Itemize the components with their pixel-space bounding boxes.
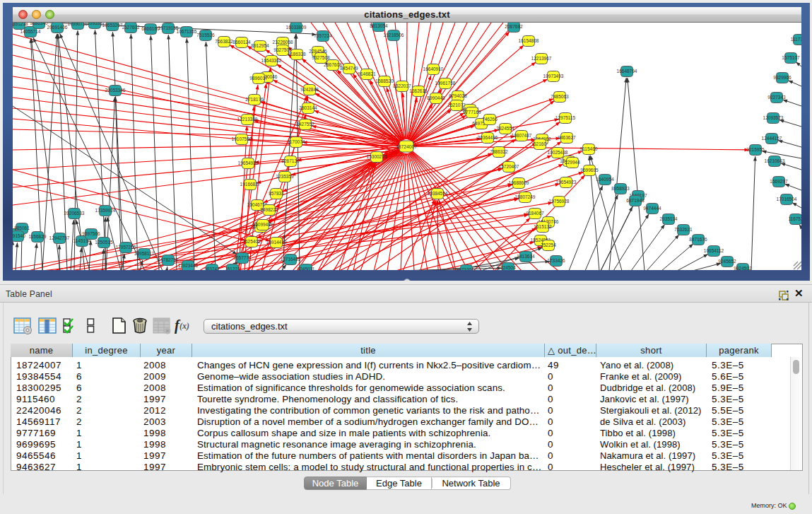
svg-text:9329966: 9329966 xyxy=(773,75,792,80)
svg-text:9245011: 9245011 xyxy=(298,267,315,270)
svg-text:7632621: 7632621 xyxy=(674,227,693,232)
svg-text:19654925: 19654925 xyxy=(238,160,259,165)
svg-text:9824502: 9824502 xyxy=(734,266,752,270)
svg-text:10654112: 10654112 xyxy=(704,248,724,253)
svg-text:2935114: 2935114 xyxy=(660,216,678,221)
svg-text:7485063: 7485063 xyxy=(551,94,569,99)
svg-text:985061: 985061 xyxy=(14,226,30,230)
svg-text:229944: 229944 xyxy=(565,160,580,165)
svg-text:8660124: 8660124 xyxy=(233,40,251,45)
svg-text:2867608: 2867608 xyxy=(324,62,342,67)
svg-text:3824554: 3824554 xyxy=(496,126,514,131)
svg-text:8471676: 8471676 xyxy=(689,237,707,242)
svg-text:7351218: 7351218 xyxy=(13,23,28,26)
svg-text:9886340: 9886340 xyxy=(30,23,48,25)
svg-text:116753: 116753 xyxy=(788,216,801,221)
svg-text:8958923: 8958923 xyxy=(611,186,630,191)
svg-text:857833: 857833 xyxy=(269,191,284,196)
svg-text:10719155: 10719155 xyxy=(158,25,179,30)
svg-text:10688609: 10688609 xyxy=(509,180,529,185)
svg-text:7625402: 7625402 xyxy=(242,239,261,244)
svg-text:6794028: 6794028 xyxy=(449,93,467,98)
svg-text:983747: 983747 xyxy=(204,267,220,270)
svg-text:8912954: 8912954 xyxy=(251,43,269,48)
svg-text:17359924: 17359924 xyxy=(95,208,116,213)
svg-text:9227343: 9227343 xyxy=(767,95,786,100)
svg-text:19107550: 19107550 xyxy=(232,136,252,141)
svg-text:2087682: 2087682 xyxy=(505,24,523,29)
svg-text:16210643: 16210643 xyxy=(765,158,785,163)
svg-text:19218506: 19218506 xyxy=(384,33,404,37)
svg-text:9777169: 9777169 xyxy=(463,110,481,115)
svg-text:19654923: 19654923 xyxy=(556,180,577,185)
svg-text:9896017: 9896017 xyxy=(249,76,268,81)
svg-text:16154808: 16154808 xyxy=(519,38,539,43)
svg-text:1733426: 1733426 xyxy=(547,258,565,263)
svg-text:9327508: 9327508 xyxy=(312,55,330,60)
svg-text:1413614: 1413614 xyxy=(517,254,535,259)
svg-text:252254: 252254 xyxy=(541,243,556,247)
svg-text:12975115: 12975115 xyxy=(555,115,576,120)
svg-text:10961758: 10961758 xyxy=(435,81,456,86)
svg-text:1362615: 1362615 xyxy=(409,88,428,93)
svg-text:13716485: 13716485 xyxy=(281,257,301,262)
svg-text:8990448: 8990448 xyxy=(427,95,445,100)
svg-text:20364436: 20364436 xyxy=(478,135,498,140)
svg-text:11923446: 11923446 xyxy=(178,263,199,268)
svg-text:9463627: 9463627 xyxy=(558,135,576,140)
svg-text:8186328: 8186328 xyxy=(288,52,306,57)
svg-text:16543362: 16543362 xyxy=(261,58,282,63)
svg-text:15720407: 15720407 xyxy=(499,164,519,169)
svg-text:20691406: 20691406 xyxy=(47,25,68,30)
svg-text:6466160: 6466160 xyxy=(141,26,160,31)
svg-text:9397566: 9397566 xyxy=(82,231,100,236)
svg-text:1588520: 1588520 xyxy=(375,78,394,83)
svg-text:761223: 761223 xyxy=(225,267,240,270)
svg-text:10973493: 10973493 xyxy=(543,74,564,78)
svg-text:10025438: 10025438 xyxy=(548,150,568,155)
svg-text:9657771: 9657771 xyxy=(233,255,252,260)
svg-text:1250515: 1250515 xyxy=(95,240,113,245)
svg-text:9699695: 9699695 xyxy=(580,168,599,173)
svg-text:9146821: 9146821 xyxy=(358,71,376,76)
svg-text:6871943: 6871943 xyxy=(626,198,645,203)
svg-text:9184067: 9184067 xyxy=(526,211,544,216)
svg-text:746266: 746266 xyxy=(482,117,498,122)
svg-text:1569297: 1569297 xyxy=(770,179,788,184)
svg-text:7515526: 7515526 xyxy=(196,33,215,37)
svg-text:1575107: 1575107 xyxy=(782,55,800,60)
svg-text:16099489: 16099489 xyxy=(253,222,273,227)
svg-text:10958117: 10958117 xyxy=(134,251,155,256)
svg-text:20053346: 20053346 xyxy=(105,88,126,93)
svg-text:1527602: 1527602 xyxy=(122,25,140,30)
svg-text:10807487: 10807487 xyxy=(512,133,532,138)
svg-text:824504: 824504 xyxy=(500,265,516,270)
svg-text:8498222: 8498222 xyxy=(260,207,278,212)
svg-text:2718176: 2718176 xyxy=(245,97,264,102)
svg-text:1117737: 1117737 xyxy=(791,37,801,42)
svg-text:9242848: 9242848 xyxy=(300,87,319,92)
svg-text:3215955: 3215955 xyxy=(746,147,765,152)
svg-text:991540: 991540 xyxy=(13,233,25,238)
svg-text:16648794: 16648794 xyxy=(617,69,637,74)
svg-text:12942757: 12942757 xyxy=(49,235,70,240)
svg-text:1156829: 1156829 xyxy=(29,234,47,239)
svg-text:19384554: 19384554 xyxy=(428,191,448,196)
svg-text:10671355: 10671355 xyxy=(177,29,197,34)
svg-text:(x): (x) xyxy=(180,321,189,331)
svg-text:973201: 973201 xyxy=(459,267,474,270)
svg-text:17957255: 17957255 xyxy=(116,245,136,250)
svg-text:8267130: 8267130 xyxy=(281,158,300,163)
svg-text:23226058: 23226058 xyxy=(273,40,293,45)
svg-text:7663822: 7663822 xyxy=(215,39,233,44)
svg-text:7886322: 7886322 xyxy=(490,149,508,154)
svg-text:12213967: 12213967 xyxy=(531,56,552,61)
svg-text:8454749: 8454749 xyxy=(340,66,358,71)
svg-text:1640954: 1640954 xyxy=(596,177,614,182)
svg-text:12213389: 12213389 xyxy=(237,117,258,122)
svg-text:16640910: 16640910 xyxy=(423,66,444,71)
svg-text:12444157: 12444157 xyxy=(762,136,782,141)
svg-text:62160: 62160 xyxy=(534,141,546,146)
svg-text:1170074: 1170074 xyxy=(288,139,305,144)
svg-text:1615132: 1615132 xyxy=(534,224,552,229)
